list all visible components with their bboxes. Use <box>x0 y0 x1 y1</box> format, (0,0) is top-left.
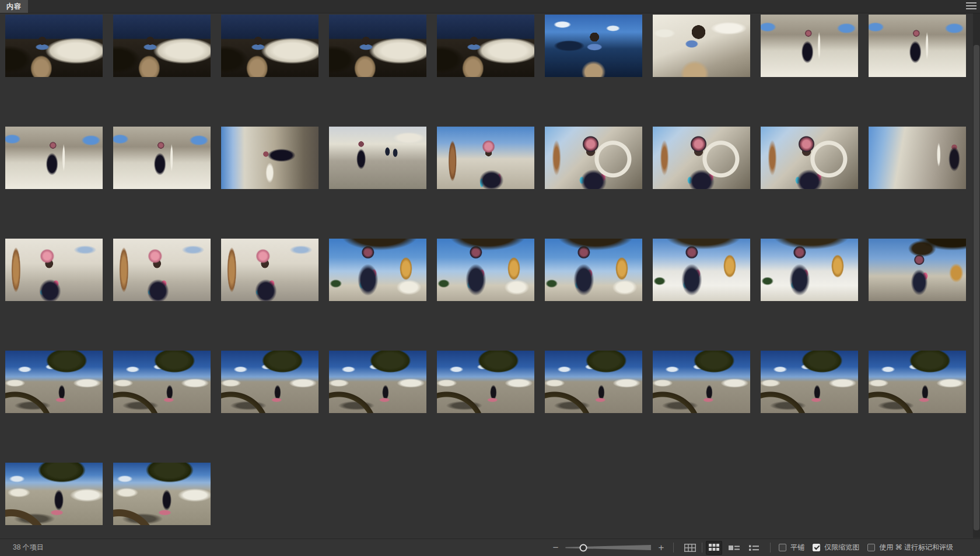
zoom-out-button[interactable]: − <box>551 543 559 552</box>
list-view-button[interactable] <box>746 541 762 555</box>
tab-content[interactable]: 内容 <box>0 0 28 13</box>
thumbnail-17[interactable] <box>761 127 858 189</box>
thumbnail-30[interactable] <box>221 351 318 413</box>
separator <box>702 543 702 552</box>
checkmark-icon <box>814 544 820 550</box>
scrollbar-thumb[interactable] <box>974 45 979 530</box>
grid-outline-icon <box>684 544 696 552</box>
thumbnail-23[interactable] <box>437 239 534 301</box>
thumbnail-7[interactable] <box>653 15 750 77</box>
thumbnail-24[interactable] <box>545 239 642 301</box>
thumbnail-33[interactable] <box>545 351 642 413</box>
content-area <box>0 13 973 538</box>
thumbnail-view-button[interactable] <box>706 541 722 555</box>
thumbnail-10[interactable] <box>5 127 103 189</box>
panel-tab-bar: 内容 <box>0 0 980 13</box>
zoom-in-button[interactable]: + <box>657 543 665 552</box>
cmd-rating-checkbox-label: 使用 ⌘ 进行标记和评级 <box>879 543 953 552</box>
thumbnail-11[interactable] <box>113 127 211 189</box>
cmd-rating-checkbox[interactable] <box>867 544 875 551</box>
details-view-button[interactable] <box>726 541 742 555</box>
tab-content-label: 内容 <box>6 2 22 12</box>
status-bar: 38 个项目 − + <box>0 538 980 556</box>
thumbnail-size-slider[interactable] <box>565 544 651 552</box>
thumbnail-5[interactable] <box>437 15 534 77</box>
thumbnail-15[interactable] <box>545 127 642 189</box>
item-count-label: 38 个项目 <box>13 543 44 552</box>
thumbnail-27[interactable] <box>869 239 966 301</box>
thumbnail-3[interactable] <box>221 15 318 77</box>
separator <box>770 543 771 552</box>
checkbox-group-thumbnails-only[interactable]: 仅限缩览图 <box>813 543 859 552</box>
thumbnail-35[interactable] <box>761 351 858 413</box>
thumbnail-14[interactable] <box>437 127 534 189</box>
thumbnails-only-checkbox-label: 仅限缩览图 <box>824 543 859 552</box>
thumbnail-grid <box>0 13 973 538</box>
thumbnail-38[interactable] <box>113 463 211 525</box>
thumbnail-31[interactable] <box>329 351 426 413</box>
tile-checkbox-label: 平铺 <box>790 543 804 552</box>
thumbnail-4[interactable] <box>329 15 426 77</box>
thumbnail-16[interactable] <box>653 127 750 189</box>
thumbnail-34[interactable] <box>653 351 750 413</box>
thumbnail-21[interactable] <box>221 239 318 301</box>
thumbnail-8[interactable] <box>761 15 858 77</box>
list-icon <box>749 544 759 551</box>
thumbnail-6[interactable] <box>545 15 642 77</box>
thumbnail-36[interactable] <box>869 351 966 413</box>
thumbnail-zoom-controls: − + <box>551 543 665 552</box>
thumbnail-28[interactable] <box>5 351 103 413</box>
thumbnail-1[interactable] <box>5 15 103 77</box>
thumbnail-12[interactable] <box>221 127 318 189</box>
thumbnail-25[interactable] <box>653 239 750 301</box>
checkbox-group-cmd-rating[interactable]: 使用 ⌘ 进行标记和评级 <box>867 543 953 552</box>
separator <box>673 543 674 552</box>
grid-lock-button[interactable] <box>682 541 698 555</box>
tile-checkbox[interactable] <box>779 544 786 551</box>
vertical-scrollbar[interactable] <box>973 13 980 538</box>
thumbnail-29[interactable] <box>113 351 211 413</box>
thumbnail-37[interactable] <box>5 463 103 525</box>
hamburger-menu-icon[interactable] <box>966 2 977 10</box>
thumbnail-22[interactable] <box>329 239 426 301</box>
thumbnail-26[interactable] <box>761 239 858 301</box>
thumbnails-only-checkbox[interactable] <box>813 544 820 551</box>
thumbnail-9[interactable] <box>869 15 966 77</box>
square-with-lines-icon <box>729 544 740 551</box>
thumbnail-2[interactable] <box>113 15 211 77</box>
thumbnail-18[interactable] <box>869 127 966 189</box>
status-bar-controls: − + <box>551 541 953 555</box>
thumbnail-19[interactable] <box>5 239 103 301</box>
thumbnail-32[interactable] <box>437 351 534 413</box>
thumbnail-13[interactable] <box>329 127 426 189</box>
zoom-slider-knob[interactable] <box>580 544 587 551</box>
slider-track[interactable] <box>565 544 651 551</box>
view-mode-buttons <box>682 541 762 555</box>
grid-filled-icon <box>709 544 719 551</box>
bridge-content-panel: 内容 38 个项目 − + <box>0 0 980 556</box>
thumbnail-20[interactable] <box>113 239 211 301</box>
checkbox-group-tile[interactable]: 平铺 <box>779 543 804 552</box>
